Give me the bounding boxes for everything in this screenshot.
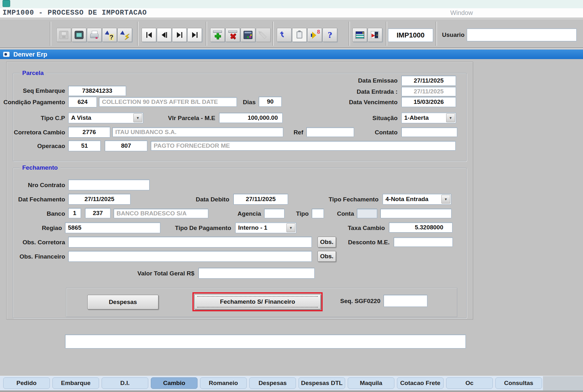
regiao-label: Regiao: [2, 223, 62, 233]
add-record-button[interactable]: [210, 28, 225, 42]
tipo-fechamento-dropdown[interactable]: 4-Nota Entrada ▼: [383, 194, 451, 205]
conta-label: Conta: [324, 209, 354, 219]
regiao-field[interactable]: 5865: [65, 222, 160, 233]
agencia-field[interactable]: [264, 209, 285, 218]
dias-field[interactable]: 90: [259, 97, 282, 107]
tab-cotacao-frete[interactable]: Cotacao Frete: [397, 377, 444, 389]
obs-financeiro-field[interactable]: [68, 251, 312, 262]
tab-pedido[interactable]: Pedido: [3, 377, 50, 389]
tab-d-i[interactable]: D.I.: [102, 377, 148, 389]
tab-bar-filler: [543, 376, 583, 391]
help-button[interactable]: ?: [323, 28, 337, 42]
situacao-label: Situação: [330, 113, 398, 123]
tab-romaneio[interactable]: Romaneio: [200, 377, 247, 389]
screen-icon: [75, 31, 84, 39]
nro-contrato-field[interactable]: [68, 179, 150, 190]
data-debito-field[interactable]: 27/11/2025: [233, 194, 288, 205]
tab-despesas-dtl[interactable]: Despesas DTL: [298, 377, 345, 389]
bottom-strip: [0, 390, 583, 392]
vlr-parcela-field[interactable]: 100,000.00: [219, 113, 283, 123]
help-icon: ?: [328, 30, 332, 40]
tab-consultas[interactable]: Consultas: [495, 377, 542, 389]
banco-code2-field[interactable]: 237: [85, 208, 111, 218]
nav-last-icon: [192, 32, 198, 38]
taxa-cambio-label: Taxa Cambio: [337, 223, 385, 233]
operacao-desc-field: PAGTO FORNECEDOR ME: [151, 141, 456, 151]
valor-total-field[interactable]: [198, 268, 315, 279]
help-select-icon: ?: [105, 31, 114, 39]
tipo-cp-dropdown[interactable]: A Vista ▼: [68, 112, 143, 123]
tab-embarque[interactable]: Embarque: [52, 377, 99, 389]
data-emissao-field[interactable]: 27/11/2025: [401, 76, 456, 86]
seq-sgf0220-label: Seq. SGF0220: [333, 296, 380, 306]
operacao-label: Operacao: [2, 141, 65, 151]
conta-field[interactable]: [380, 209, 452, 218]
nav-next-button[interactable]: [172, 28, 187, 42]
toolbar-separator: [50, 22, 51, 46]
situacao-dropdown[interactable]: 1-Aberta ▼: [401, 112, 456, 123]
operacao-code1-field[interactable]: 51: [68, 140, 101, 151]
application-window: IMP1000 - PROCESSO DE IMPORTACAO Window …: [0, 0, 583, 392]
usuario-input[interactable]: [467, 29, 577, 41]
corretora-cambio-label: Corretora Cambio: [2, 127, 65, 138]
tab-oc[interactable]: Oc: [446, 377, 493, 389]
tab-cambio[interactable]: Cambio: [151, 377, 198, 389]
run-button[interactable]: ⚡: [117, 28, 132, 42]
ref-field[interactable]: [306, 127, 354, 137]
sound-icon: 8: [310, 31, 319, 39]
seq-sgf0220-field[interactable]: [384, 295, 427, 307]
sound-button[interactable]: 8: [307, 28, 322, 42]
banco-code1-field[interactable]: 1: [68, 208, 81, 218]
tipo-pagamento-label: Tipo De Pagamento: [171, 223, 231, 233]
seq-embarque-field[interactable]: 738241233: [68, 86, 126, 96]
tipo-pagamento-dropdown[interactable]: Interno - 1 ▼: [235, 222, 296, 233]
toolbar-separator: [272, 22, 274, 46]
paste-button[interactable]: [292, 28, 307, 42]
obs-corretora-label: Obs. Corretora: [2, 237, 65, 247]
tipo-pagamento-value: Interno - 1: [238, 224, 267, 231]
undo-button[interactable]: [277, 28, 292, 42]
print-icon: [90, 31, 99, 39]
edit-button[interactable]: [256, 28, 271, 42]
taxa-cambio-field[interactable]: 5.3208000: [389, 222, 452, 233]
delete-record-button[interactable]: [225, 28, 240, 42]
exit-button[interactable]: [368, 28, 382, 42]
desconto-me-field[interactable]: [394, 237, 453, 247]
nav-prev-button[interactable]: [157, 28, 171, 42]
tab-maquila[interactable]: Maquila: [348, 377, 394, 389]
corretora-cambio-code-field[interactable]: 2776: [68, 127, 110, 138]
print-button[interactable]: [87, 28, 102, 42]
chevron-down-icon: ▼: [441, 195, 450, 204]
menu-button[interactable]: [352, 28, 367, 42]
help-select-button[interactable]: ?: [102, 28, 117, 42]
toolbar-separator: [436, 22, 437, 46]
tab-despesas[interactable]: Despesas: [249, 377, 296, 389]
obs-corretora-button[interactable]: Obs.: [318, 237, 336, 247]
tipo-fechamento-label: Tipo Fechamento: [318, 194, 379, 205]
dat-fechamento-field[interactable]: 27/11/2025: [68, 194, 131, 205]
condicao-pagamento-code-field[interactable]: 624: [68, 97, 97, 107]
run-icon: ⚡: [120, 31, 129, 39]
edit-icon: [257, 29, 269, 41]
tipo-field[interactable]: [312, 209, 324, 218]
nav-last-button[interactable]: [187, 28, 202, 42]
contato-field[interactable]: [401, 127, 457, 137]
nav-first-button[interactable]: [142, 28, 156, 42]
save-button[interactable]: [57, 28, 71, 42]
top-strip: [0, 0, 583, 8]
status-message-field[interactable]: [65, 335, 466, 348]
fechamento-financeiro-button[interactable]: Fechamento S/ Financeiro: [194, 294, 321, 309]
obs-financeiro-label: Obs. Financeiro: [2, 252, 65, 262]
window-menu[interactable]: Window: [450, 9, 473, 17]
data-vencimento-field[interactable]: 15/03/2026: [401, 97, 456, 107]
toolbar-separator: [206, 22, 207, 46]
operacao-code2-field[interactable]: 807: [105, 140, 147, 151]
obs-financeiro-button[interactable]: Obs.: [318, 251, 336, 262]
menu-icon: [356, 31, 364, 39]
obs-corretora-field[interactable]: [68, 237, 312, 247]
chevron-down-icon: ▼: [133, 113, 142, 122]
seq-embarque-label: Seq Embarque: [2, 86, 65, 96]
screen-button[interactable]: [72, 28, 86, 42]
query-button[interactable]: [241, 28, 255, 42]
despesas-button[interactable]: Despesas: [87, 295, 158, 309]
